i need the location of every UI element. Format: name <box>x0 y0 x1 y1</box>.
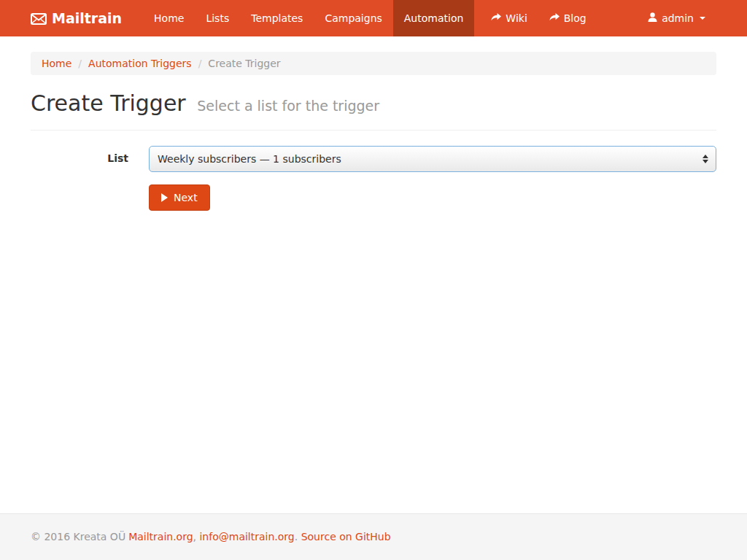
copyright-text: © 2016 Kreata OÜ <box>31 531 125 542</box>
list-select[interactable]: Weekly subscribers — 1 subscribers <box>149 146 716 172</box>
next-button-label: Next <box>174 191 198 204</box>
envelope-icon <box>31 13 47 25</box>
list-form-group: List Weekly subscribers — 1 subscribers <box>31 146 716 172</box>
footer-separator: . <box>295 531 301 542</box>
nav-item-label: Home <box>154 12 184 24</box>
page-title: Create Trigger Select a list for the tri… <box>31 91 716 117</box>
main-nav: Home Lists Templates Campaigns Automatio… <box>143 0 597 36</box>
nav-item-campaigns[interactable]: Campaigns <box>314 0 392 36</box>
breadcrumb: Home / Automation Triggers / Create Trig… <box>31 52 716 75</box>
breadcrumb-separator: / <box>198 58 202 69</box>
play-icon <box>161 193 168 202</box>
footer: © 2016 Kreata OÜMailtrain.org, info@mail… <box>0 513 747 560</box>
nav-item-label: Automation <box>404 12 464 24</box>
page: Mailtrain Home Lists Templates Campaigns… <box>0 0 747 560</box>
nav-item-label: Blog <box>564 12 587 24</box>
nav-item-label: Wiki <box>506 12 527 24</box>
actions-offset <box>31 184 149 191</box>
actions-row: Next <box>31 184 716 211</box>
nav-item-wiki[interactable]: Wiki <box>480 0 538 36</box>
title-divider <box>31 130 716 131</box>
share-arrow-icon <box>549 12 560 24</box>
caret-down-icon <box>700 17 705 20</box>
nav-item-lists[interactable]: Lists <box>195 0 240 36</box>
user-menu[interactable]: admin <box>637 0 716 36</box>
share-arrow-icon <box>491 12 501 24</box>
nav-item-blog[interactable]: Blog <box>538 0 597 36</box>
breadcrumb-automation-triggers-link[interactable]: Automation Triggers <box>88 58 192 69</box>
footer-link-source-github[interactable]: Source on GitHub <box>301 531 391 542</box>
nav-item-label: Lists <box>206 12 229 24</box>
top-navbar: Mailtrain Home Lists Templates Campaigns… <box>0 0 747 36</box>
nav-item-label: Campaigns <box>325 12 382 24</box>
page-title-text: Create Trigger <box>31 90 186 116</box>
user-icon <box>648 12 657 24</box>
nav-item-templates[interactable]: Templates <box>240 0 314 36</box>
brand-logo[interactable]: Mailtrain <box>31 0 133 36</box>
main-content: Home / Automation Triggers / Create Trig… <box>0 36 747 513</box>
page-subtitle: Select a list for the trigger <box>197 98 379 114</box>
create-trigger-form: List Weekly subscribers — 1 subscribers <box>31 146 716 211</box>
breadcrumb-home-link[interactable]: Home <box>42 58 71 69</box>
breadcrumb-current: Create Trigger <box>208 58 280 69</box>
next-button[interactable]: Next <box>149 184 210 211</box>
footer-link-email[interactable]: info@mailtrain.org <box>199 531 294 542</box>
list-label: List <box>31 146 149 164</box>
brand-name: Mailtrain <box>52 10 122 26</box>
nav-item-home[interactable]: Home <box>143 0 195 36</box>
nav-item-automation[interactable]: Automation <box>393 0 475 36</box>
footer-link-mailtrain-org[interactable]: Mailtrain.org <box>128 531 193 542</box>
user-name: admin <box>662 12 694 24</box>
breadcrumb-separator: / <box>78 58 82 69</box>
nav-item-label: Templates <box>251 12 303 24</box>
